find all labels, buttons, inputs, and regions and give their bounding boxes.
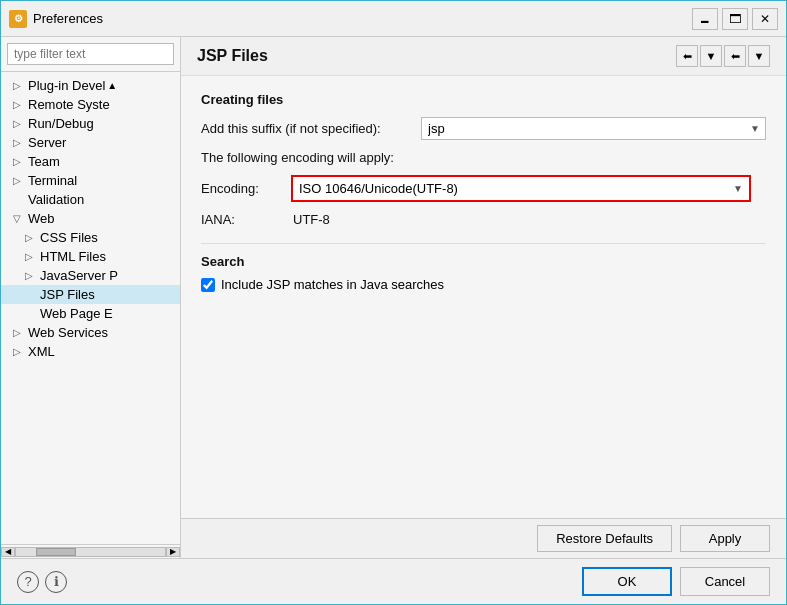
divider <box>201 243 766 244</box>
iana-value: UTF-8 <box>293 212 330 227</box>
sidebar-item-plugin-devel[interactable]: ▷ Plug-in Devel ▲ <box>1 76 180 95</box>
sidebar-item-jsp-files[interactable]: ▷ JSP Files <box>1 285 180 304</box>
app-icon: ⚙ <box>9 10 27 28</box>
encoding-select[interactable]: ISO 10646/Unicode(UTF-8) UTF-8 UTF-16 IS… <box>293 177 749 200</box>
iana-row: IANA: UTF-8 <box>201 212 766 227</box>
sidebar-item-label: Web <box>28 211 55 226</box>
arrow-icon: ▷ <box>13 327 25 338</box>
arrow-open-icon: ▽ <box>13 213 25 224</box>
sidebar-item-label: XML <box>28 344 55 359</box>
bottom-bar: ? ℹ OK Cancel <box>1 558 786 604</box>
sidebar-item-label: Server <box>28 135 66 150</box>
window-controls: 🗕 🗖 ✕ <box>692 8 778 30</box>
encoding-intro-label: The following encoding will apply: <box>201 150 421 165</box>
info-button[interactable]: ℹ <box>45 571 67 593</box>
sidebar-item-xml[interactable]: ▷ XML <box>1 342 180 361</box>
sidebar-item-label: Team <box>28 154 60 169</box>
tree-list: ▷ Plug-in Devel ▲ ▷ Remote Syste ▷ Run/D… <box>1 72 180 542</box>
bottom-right-buttons: OK Cancel <box>582 567 770 596</box>
sidebar-item-html-files[interactable]: ▷ HTML Files <box>1 247 180 266</box>
window-title: Preferences <box>33 11 692 26</box>
tree-area: ▷ Plug-in Devel ▲ ▷ Remote Syste ▷ Run/D… <box>1 72 180 544</box>
scroll-thumb[interactable] <box>36 548 76 556</box>
help-button[interactable]: ? <box>17 571 39 593</box>
sidebar-item-label: Validation <box>28 192 84 207</box>
nav-icons: ⬅ ▼ ⬅ ▼ <box>676 45 770 67</box>
preferences-window: ⚙ Preferences 🗕 🗖 ✕ ▷ Plug-in Devel ▲ <box>0 0 787 605</box>
suffix-select-wrapper: jsp jspx ▼ <box>421 117 766 140</box>
apply-button[interactable]: Apply <box>680 525 770 552</box>
sidebar-item-validation[interactable]: ▷ Validation <box>1 190 180 209</box>
sidebar-item-web-page[interactable]: ▷ Web Page E <box>1 304 180 323</box>
encoding-row: Encoding: ISO 10646/Unicode(UTF-8) UTF-8… <box>201 175 766 202</box>
arrow-icon: ▷ <box>13 175 25 186</box>
arrow-icon: ▷ <box>13 137 25 148</box>
cancel-button[interactable]: Cancel <box>680 567 770 596</box>
sidebar-item-web[interactable]: ▽ Web <box>1 209 180 228</box>
arrow-icon: ▷ <box>13 156 25 167</box>
arrow-icon: ▷ <box>25 232 37 243</box>
close-button[interactable]: ✕ <box>752 8 778 30</box>
suffix-row: Add this suffix (if not specified): jsp … <box>201 117 766 140</box>
encoding-intro-row: The following encoding will apply: <box>201 150 766 165</box>
sidebar-item-team[interactable]: ▷ Team <box>1 152 180 171</box>
bottom-left-icons: ? ℹ <box>17 571 67 593</box>
suffix-label: Add this suffix (if not specified): <box>201 121 421 136</box>
sidebar-item-run-debug[interactable]: ▷ Run/Debug <box>1 114 180 133</box>
sidebar-item-web-services[interactable]: ▷ Web Services <box>1 323 180 342</box>
nav-down-button[interactable]: ▼ <box>700 45 722 67</box>
scroll-right-button[interactable]: ▶ <box>166 547 180 557</box>
sidebar-item-javaserver[interactable]: ▷ JavaServer P <box>1 266 180 285</box>
sidebar-item-label: Plug-in Devel <box>28 78 105 93</box>
sidebar-item-label: Web Services <box>28 325 108 340</box>
jsp-matches-checkbox[interactable] <box>201 278 215 292</box>
sidebar: ▷ Plug-in Devel ▲ ▷ Remote Syste ▷ Run/D… <box>1 37 181 558</box>
sidebar-item-label: Terminal <box>28 173 77 188</box>
iana-label: IANA: <box>201 212 285 227</box>
arrow-icon: ▷ <box>13 346 25 357</box>
nav-menu-button[interactable]: ▼ <box>748 45 770 67</box>
arrow-icon: ▷ <box>25 270 37 281</box>
suffix-select[interactable]: jsp jspx <box>421 117 766 140</box>
main-panel: JSP Files ⬅ ▼ ⬅ ▼ Creating files Add thi… <box>181 37 786 558</box>
creating-files-label: Creating files <box>201 92 766 107</box>
arrow-icon: ▷ <box>25 251 37 262</box>
sidebar-item-label: Remote Syste <box>28 97 110 112</box>
maximize-button[interactable]: 🗖 <box>722 8 748 30</box>
restore-defaults-button[interactable]: Restore Defaults <box>537 525 672 552</box>
sidebar-search-box <box>1 37 180 72</box>
sidebar-hscroll[interactable]: ◀ ▶ <box>1 544 180 558</box>
sidebar-item-label: CSS Files <box>40 230 98 245</box>
page-title: JSP Files <box>197 47 268 65</box>
sidebar-item-terminal[interactable]: ▷ Terminal <box>1 171 180 190</box>
sidebar-item-label: Web Page E <box>40 306 113 321</box>
sidebar-item-label: Run/Debug <box>28 116 94 131</box>
scroll-track <box>15 547 166 557</box>
arrow-icon: ▷ <box>13 99 25 110</box>
checkbox-row: Include JSP matches in Java searches <box>201 277 766 292</box>
ok-button[interactable]: OK <box>582 567 672 596</box>
search-section-label: Search <box>201 254 766 269</box>
content-area: ▷ Plug-in Devel ▲ ▷ Remote Syste ▷ Run/D… <box>1 37 786 558</box>
sidebar-item-label: JSP Files <box>40 287 95 302</box>
sidebar-item-css-files[interactable]: ▷ CSS Files <box>1 228 180 247</box>
sidebar-item-server[interactable]: ▷ Server <box>1 133 180 152</box>
sidebar-item-remote-syste[interactable]: ▷ Remote Syste <box>1 95 180 114</box>
nav-forward-button[interactable]: ⬅ <box>724 45 746 67</box>
encoding-label: Encoding: <box>201 181 285 196</box>
restore-apply-bar: Restore Defaults Apply <box>181 518 786 558</box>
encoding-select-wrapper: ISO 10646/Unicode(UTF-8) UTF-8 UTF-16 IS… <box>291 175 751 202</box>
arrow-icon: ▷ <box>13 118 25 129</box>
info-icon-symbol: ℹ <box>54 574 59 589</box>
arrow-icon: ▷ <box>13 80 25 91</box>
sidebar-item-label: JavaServer P <box>40 268 118 283</box>
scroll-left-button[interactable]: ◀ <box>1 547 15 557</box>
sidebar-item-label: HTML Files <box>40 249 106 264</box>
minimize-button[interactable]: 🗕 <box>692 8 718 30</box>
filter-input[interactable] <box>7 43 174 65</box>
main-header: JSP Files ⬅ ▼ ⬅ ▼ <box>181 37 786 76</box>
checkbox-label: Include JSP matches in Java searches <box>221 277 444 292</box>
main-content: Creating files Add this suffix (if not s… <box>181 76 786 518</box>
nav-back-button[interactable]: ⬅ <box>676 45 698 67</box>
title-bar: ⚙ Preferences 🗕 🗖 ✕ <box>1 1 786 37</box>
